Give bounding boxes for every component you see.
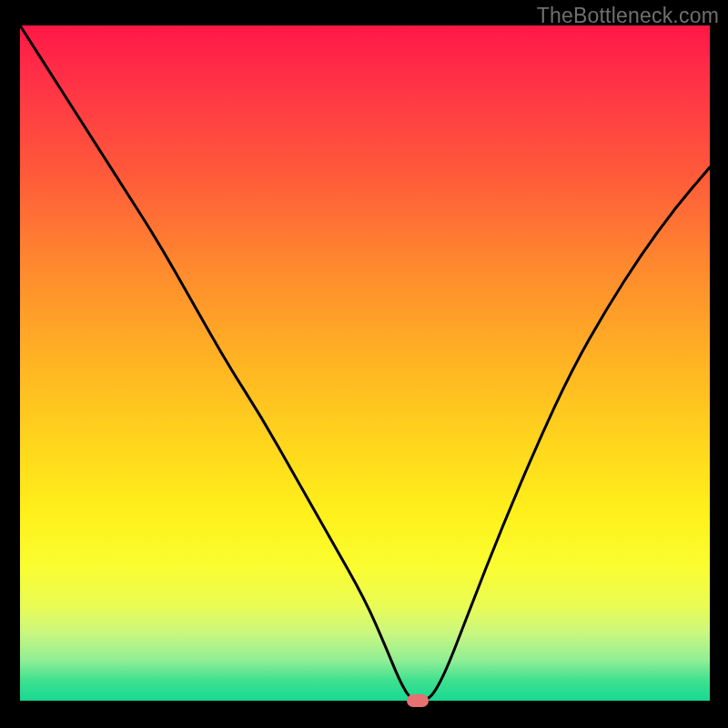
bottleneck-curve	[20, 25, 710, 701]
watermark-text: TheBottleneck.com	[537, 4, 719, 28]
optimal-point-marker	[407, 694, 429, 707]
plot-area	[20, 25, 710, 701]
chart-frame: TheBottleneck.com	[0, 0, 728, 728]
